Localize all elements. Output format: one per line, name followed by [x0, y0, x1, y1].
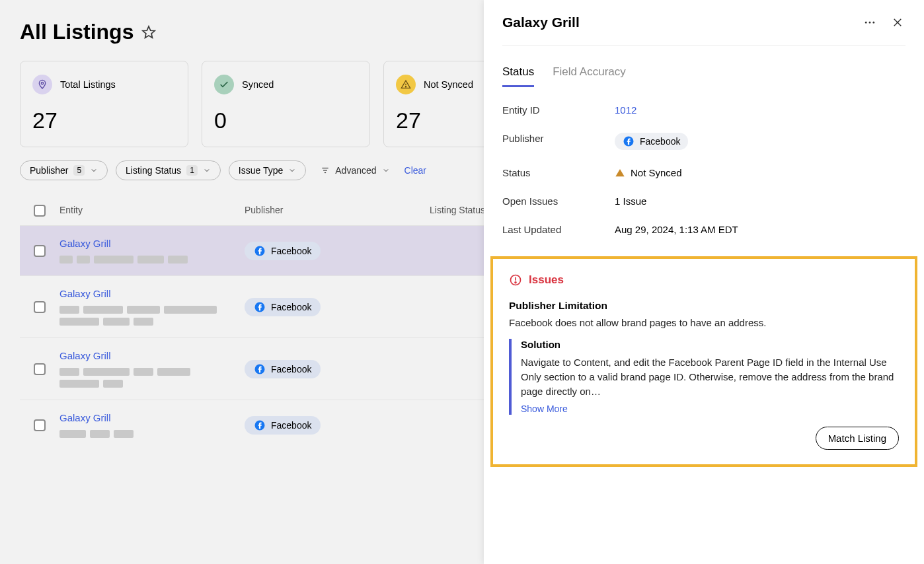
warning-icon — [401, 79, 411, 90]
pin-icon — [37, 79, 48, 90]
issue-title: Publisher Limitation — [509, 300, 899, 312]
facebook-icon — [254, 301, 266, 313]
publisher-pill: Facebook — [245, 360, 321, 378]
svg-marker-0 — [143, 26, 155, 37]
issues-section: Issues Publisher Limitation Facebook doe… — [490, 256, 917, 467]
tab-status[interactable]: Status — [502, 65, 534, 87]
stat-card-total: Total Listings 27 — [20, 61, 188, 147]
field-label-entity-id: Entity ID — [502, 104, 615, 116]
publisher-chip: Facebook — [615, 133, 688, 150]
chevron-down-icon — [288, 166, 296, 174]
facebook-icon — [254, 245, 266, 257]
publisher-pill: Facebook — [245, 298, 321, 316]
entity-link[interactable]: Galaxy Grill — [59, 288, 245, 299]
publisher-label: Facebook — [271, 364, 311, 374]
publisher-pill: Facebook — [245, 416, 321, 435]
publisher-pill: Facebook — [245, 242, 321, 260]
filter-count: 1 — [186, 165, 198, 176]
svg-point-11 — [865, 22, 867, 24]
solution-text: Navigate to Content, and edit the Facebo… — [521, 355, 899, 398]
filter-label: Issue Type — [239, 165, 283, 176]
entity-link[interactable]: Galaxy Grill — [59, 238, 245, 249]
entity-id-link[interactable]: 1012 — [615, 104, 636, 116]
column-header-entity[interactable]: Entity — [59, 205, 245, 217]
favorite-star-button[interactable] — [140, 24, 157, 41]
alert-circle-icon — [509, 273, 522, 287]
publisher-label: Facebook — [271, 246, 311, 256]
svg-point-1 — [41, 82, 43, 84]
stat-label: Not Synced — [424, 79, 473, 90]
filter-count: 5 — [73, 165, 85, 176]
filter-listing-status[interactable]: Listing Status 1 — [116, 160, 221, 180]
entity-link[interactable]: Galaxy Grill — [59, 350, 245, 361]
row-checkbox[interactable] — [34, 301, 46, 313]
star-icon — [141, 25, 156, 40]
match-listing-button[interactable]: Match Listing — [816, 427, 899, 450]
issue-description: Facebook does not allow brand pages to h… — [509, 317, 899, 328]
close-icon — [892, 17, 904, 28]
check-icon — [219, 79, 229, 90]
stat-value: 27 — [32, 108, 176, 133]
chevron-down-icon — [382, 166, 390, 174]
facebook-icon — [254, 419, 266, 431]
facebook-icon — [623, 135, 635, 147]
filter-icon — [321, 166, 330, 175]
show-more-button[interactable]: Show More — [521, 404, 568, 414]
select-all-checkbox[interactable] — [34, 205, 46, 217]
open-issues-value: 1 Issue — [615, 195, 905, 207]
stat-card-synced: Synced 0 — [202, 61, 370, 147]
filter-label: Publisher — [30, 165, 68, 176]
filter-label: Listing Status — [126, 165, 181, 176]
row-checkbox[interactable] — [34, 245, 46, 257]
stat-label: Synced — [242, 79, 274, 90]
filter-publisher[interactable]: Publisher 5 — [20, 160, 108, 180]
facebook-icon — [254, 363, 266, 375]
publisher-value: Facebook — [640, 136, 680, 147]
detail-panel: Galaxy Grill Status Field Accuracy Entit… — [484, 0, 924, 564]
svg-point-3 — [405, 87, 406, 87]
issues-heading: Issues — [529, 273, 564, 287]
chevron-down-icon — [203, 166, 211, 174]
filter-advanced[interactable]: Advanced — [314, 161, 396, 180]
solution-label: Solution — [521, 339, 899, 350]
status-value: Not Synced — [631, 167, 682, 178]
row-checkbox[interactable] — [34, 419, 46, 431]
warning-icon — [615, 168, 625, 178]
publisher-label: Facebook — [271, 302, 311, 312]
svg-point-19 — [515, 282, 516, 283]
svg-point-13 — [872, 22, 874, 24]
column-header-publisher[interactable]: Publisher — [245, 205, 430, 217]
more-horizontal-icon — [863, 16, 876, 29]
clear-filters-button[interactable]: Clear — [404, 165, 426, 176]
row-checkbox[interactable] — [34, 363, 46, 375]
tab-field-accuracy[interactable]: Field Accuracy — [553, 65, 626, 87]
field-label-publisher: Publisher — [502, 133, 615, 150]
stat-label: Total Listings — [60, 79, 116, 90]
publisher-label: Facebook — [271, 420, 311, 431]
field-label-last-updated: Last Updated — [502, 224, 615, 235]
chevron-down-icon — [90, 166, 98, 174]
entity-link[interactable]: Galaxy Grill — [59, 412, 245, 423]
advanced-label: Advanced — [335, 165, 376, 176]
filter-issue-type[interactable]: Issue Type — [229, 160, 306, 180]
field-label-status: Status — [502, 167, 615, 178]
last-updated-value: Aug 29, 2024, 1:13 AM EDT — [615, 224, 905, 235]
stat-value: 0 — [214, 108, 358, 133]
close-panel-button[interactable] — [890, 15, 905, 30]
svg-point-12 — [869, 22, 871, 24]
panel-title: Galaxy Grill — [502, 15, 580, 30]
page-title: All Listings — [20, 20, 134, 44]
more-actions-button[interactable] — [862, 15, 878, 30]
field-label-open-issues: Open Issues — [502, 195, 615, 207]
